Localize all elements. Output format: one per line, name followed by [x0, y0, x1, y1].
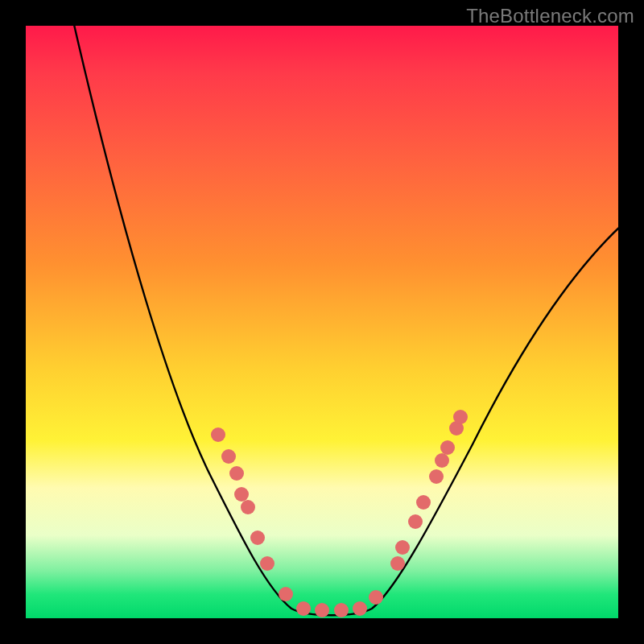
watermark-text: TheBottleneck.com: [466, 5, 634, 27]
data-dot: [334, 603, 349, 617]
data-dot: [416, 495, 431, 510]
data-dot: [211, 427, 225, 442]
bottleneck-curve-svg: [26, 26, 618, 618]
data-dot: [453, 410, 468, 424]
data-dot: [260, 556, 275, 571]
data-dot: [395, 540, 410, 555]
data-dot: [241, 500, 255, 514]
data-dot: [369, 590, 383, 605]
data-dot: [221, 449, 236, 464]
data-dot: [279, 587, 293, 601]
data-dot: [435, 453, 449, 468]
data-dot: [229, 466, 244, 481]
data-dots-group: [211, 410, 468, 617]
data-dot: [390, 556, 405, 571]
data-dot: [353, 601, 367, 616]
data-dot: [429, 469, 444, 484]
data-dot: [315, 603, 329, 617]
data-dot: [440, 440, 455, 455]
data-dot: [408, 514, 423, 529]
data-dot: [234, 487, 249, 502]
bottleneck-curve-path: [72, 18, 638, 615]
data-dot: [250, 530, 265, 545]
data-dot: [296, 601, 311, 616]
chart-plot-area: [26, 26, 618, 618]
